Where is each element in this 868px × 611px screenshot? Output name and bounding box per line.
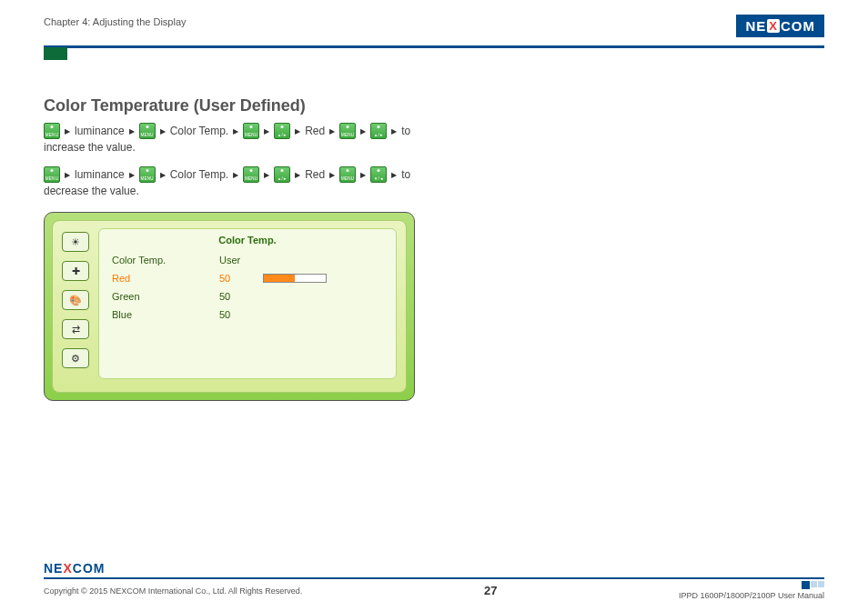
osd-row-label: Red <box>112 273 212 284</box>
color-icon: 🎨 <box>69 295 82 306</box>
osd-row[interactable]: Red50 <box>110 269 385 287</box>
arrow-icon: ▶ <box>233 171 238 179</box>
arrow-icon: ▶ <box>391 127 397 135</box>
document-id: IPPD 1600P/1800P/2100P User Manual <box>679 591 824 600</box>
instruction-line: MENU▶luminance▶MENU▶Color Temp.▶MENU▶▲/►… <box>44 123 824 139</box>
up-button-icon: ▲/► <box>274 123 290 139</box>
arrow-icon: ▶ <box>329 127 335 135</box>
osd-tab-color[interactable]: 🎨 <box>62 290 89 310</box>
instruction-text: luminance <box>75 168 125 181</box>
down-button-icon: ▼/◄ <box>370 166 387 183</box>
header-rule <box>44 45 824 48</box>
instruction-text: Color Temp. <box>170 168 228 181</box>
osd-tab-input[interactable]: ⇄ <box>62 319 89 339</box>
osd-row[interactable]: Blue50 <box>110 306 385 324</box>
brightness-icon: ☀ <box>71 236 80 248</box>
menu-button-icon: MENU <box>339 123 356 139</box>
slider-fill <box>264 275 295 282</box>
osd-inner: ☀✚🎨⇄⚙ Color Temp. Color Temp.UserRed50Gr… <box>52 220 407 393</box>
arrow-icon: ▶ <box>264 127 269 135</box>
osd-row-value: 50 <box>219 291 256 302</box>
instruction-after: increase the value. <box>44 141 824 154</box>
menu-button-icon: MENU <box>139 123 156 139</box>
osd-tab-geometry[interactable]: ✚ <box>62 261 89 281</box>
osd-panel: ☀✚🎨⇄⚙ Color Temp. Color Temp.UserRed50Gr… <box>44 212 415 401</box>
page-header: Chapter 4: Adjusting the Display NEXCOM <box>44 15 824 45</box>
brand-logo-top: NEXCOM <box>736 15 824 37</box>
menu-button-icon: MENU <box>139 166 156 183</box>
menu-button-icon: MENU <box>243 166 259 183</box>
instruction-text: luminance <box>75 125 125 137</box>
menu-button-icon: MENU <box>339 166 356 183</box>
instruction-line: MENU▶luminance▶MENU▶Color Temp.▶MENU▶▲/►… <box>44 166 824 183</box>
section-tab-mark <box>44 47 67 60</box>
osd-row-value: User <box>219 255 256 265</box>
instruction-block: MENU▶luminance▶MENU▶Color Temp.▶MENU▶▲/►… <box>44 123 824 197</box>
instruction-text: Red <box>305 168 325 181</box>
osd-row[interactable]: Green50 <box>110 287 385 306</box>
arrow-icon: ▶ <box>264 171 269 179</box>
arrow-icon: ▶ <box>129 127 135 135</box>
instruction-text: to <box>401 125 410 137</box>
geometry-icon: ✚ <box>72 265 80 277</box>
osd-row[interactable]: Color Temp.User <box>110 251 385 269</box>
page-number: 27 <box>484 584 497 597</box>
osd-tab-setup[interactable]: ⚙ <box>62 348 89 368</box>
osd-row-label: Green <box>112 291 212 302</box>
copyright-text: Copyright © 2015 NEXCOM International Co… <box>44 586 302 596</box>
arrow-icon: ▶ <box>360 171 366 179</box>
arrow-icon: ▶ <box>129 171 135 179</box>
footer-rule <box>44 577 824 579</box>
arrow-icon: ▶ <box>233 127 238 135</box>
setup-icon: ⚙ <box>71 353 80 365</box>
footer-ornament-icon <box>802 581 824 589</box>
arrow-icon: ▶ <box>65 171 70 179</box>
brand-logo-bottom: NEXCOM <box>44 561 824 576</box>
arrow-icon: ▶ <box>295 127 300 135</box>
osd-content: Color Temp. Color Temp.UserRed50Green50B… <box>98 228 397 379</box>
page-footer: NEXCOM Copyright © 2015 NEXCOM Internati… <box>44 561 824 600</box>
instruction-text: to <box>401 168 410 181</box>
osd-rows: Color Temp.UserRed50Green50Blue50 <box>110 251 385 324</box>
menu-button-icon: MENU <box>44 123 60 139</box>
arrow-icon: ▶ <box>160 171 166 179</box>
up-button-icon: ▲/► <box>274 166 290 183</box>
up-button-icon: ▲/► <box>370 123 387 139</box>
section-title: Color Temperature (User Defined) <box>44 96 824 115</box>
osd-title: Color Temp. <box>110 235 385 245</box>
menu-button-icon: MENU <box>44 166 60 183</box>
instruction-text: Color Temp. <box>170 125 228 137</box>
osd-row-label: Blue <box>112 309 212 320</box>
instruction-after: decrease the value. <box>44 185 824 197</box>
slider-bar[interactable] <box>263 274 327 283</box>
arrow-icon: ▶ <box>65 127 70 135</box>
arrow-icon: ▶ <box>295 171 300 179</box>
menu-button-icon: MENU <box>243 123 259 139</box>
arrow-icon: ▶ <box>160 127 166 135</box>
arrow-icon: ▶ <box>329 171 335 179</box>
arrow-icon: ▶ <box>360 127 366 135</box>
osd-row-value: 50 <box>219 273 256 284</box>
arrow-icon: ▶ <box>391 171 397 179</box>
chapter-label: Chapter 4: Adjusting the Display <box>44 15 187 27</box>
osd-tab-strip: ☀✚🎨⇄⚙ <box>62 228 89 379</box>
osd-row-value: 50 <box>219 309 256 320</box>
instruction-text: Red <box>305 125 325 137</box>
input-icon: ⇄ <box>72 324 80 336</box>
osd-tab-brightness[interactable]: ☀ <box>62 232 89 252</box>
osd-row-label: Color Temp. <box>112 255 212 265</box>
